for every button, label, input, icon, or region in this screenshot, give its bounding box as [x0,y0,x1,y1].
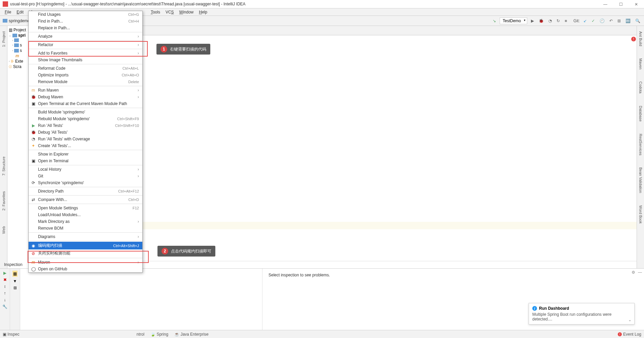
chevron-down-icon[interactable]: ⌄ [628,317,632,322]
ctx-create-all[interactable]: ✦Create 'All Tests'... [29,142,142,149]
ctx-build-module[interactable]: Build Module 'springdemo' [29,109,142,115]
close-button[interactable]: ✕ [629,0,644,8]
ctx-github[interactable]: ◯Open on GitHub [29,266,142,272]
ctx-show-explorer[interactable]: Show in Explorer [29,151,142,158]
tab-codota[interactable]: Codota [638,79,643,96]
ctx-debug-maven[interactable]: 🐞Debug Maven› [29,94,142,100]
ctx-maven[interactable]: mMaven› [29,259,142,266]
coverage-button[interactable]: ◔ [547,19,553,23]
tree-row[interactable]: ›s [7,42,29,48]
ctx-rebuild-module[interactable]: Rebuild Module 'springdemo'Ctrl+Shift+F9 [29,115,142,122]
group-icon[interactable]: ▦ [12,271,17,277]
ctx-open-terminal[interactable]: ▣Open in Terminal [29,158,142,164]
ctx-git[interactable]: Git› [29,173,142,179]
ctx-analyze[interactable]: Analyze› [29,33,142,40]
profile-button[interactable]: ↻ [556,19,561,23]
tree-row-scratches[interactable]: ⦾Scra [7,64,29,69]
ctx-debug-all[interactable]: 🐞Debug 'All Tests' [29,129,142,136]
tree-row[interactable]: ›s [7,48,29,53]
chevron-right-icon: › [138,88,139,93]
tree-row[interactable]: › [7,38,29,42]
build-icon[interactable]: ↘ [492,19,497,23]
git-history-icon[interactable]: 🕘 [599,19,606,23]
menu-window[interactable]: Window [177,9,196,15]
ctx-optimize[interactable]: Optimize ImportsCtrl+Alt+O [29,72,142,78]
ctx-refactor[interactable]: Refactor› [29,41,142,48]
minimize-icon[interactable]: — [638,270,642,275]
ctx-replace-in-path[interactable]: Replace in Path... [29,25,142,31]
tab-favorites[interactable]: 2: Favorites [1,189,6,213]
ctx-open-module-settings[interactable]: Open Module SettingsF12 [29,205,142,211]
debug-button[interactable]: 🐞 [538,19,545,23]
menu-edit[interactable]: Edit [14,9,26,15]
filter-icon[interactable]: ▼ [13,279,17,283]
tab-ant[interactable]: Ant Build [638,29,643,49]
tab-wordbook[interactable]: Word Book [638,203,643,226]
ctx-find-usages[interactable]: Find UsagesCtrl+G [29,11,142,18]
ctx-dir-path[interactable]: Directory PathCtrl+Alt+F12 [29,188,142,195]
ctx-favorites[interactable]: Add to Favorites› [29,50,142,57]
stop-button[interactable]: ■ [564,19,568,23]
menu-file[interactable]: File [2,9,14,15]
run-config-select[interactable]: TestDemo [500,18,527,24]
tab-bean[interactable]: Bean Validation [638,165,643,196]
git-commit-icon[interactable]: ✓ [591,19,596,23]
maximize-button[interactable]: ☐ [613,0,629,8]
ctx-thumbnails[interactable]: Show Image Thumbnails [29,57,142,63]
tree-row[interactable]: m [7,53,29,59]
status-version-control[interactable]: ntrol [137,332,144,337]
tab-maven[interactable]: Maven [638,56,643,72]
tab-project[interactable]: 1: Project [1,29,6,49]
ctx-local-history[interactable]: Local History› [29,166,142,173]
ctx-remove-bom[interactable]: Remove BOM [29,225,142,232]
translate-icon[interactable]: 🔤 [624,19,632,23]
status-inspection[interactable]: ▣ Inspec [3,332,20,337]
ctx-run-maven[interactable]: mRun Maven› [29,87,142,94]
close-icon[interactable]: ✖ [3,277,7,282]
ctx-run-coverage[interactable]: ◔Run 'All Tests' with Coverage [29,136,142,142]
event-log-button[interactable]: ! Event Log [618,332,641,337]
ctx-run-all[interactable]: ▶Run 'All Tests'Ctrl+Shift+F10 [29,122,142,129]
tab-rest[interactable]: RestServices [638,131,643,158]
gear-icon[interactable]: ⚙ [632,270,635,275]
tree-row[interactable]: ⌄spri [7,33,29,38]
next-icon[interactable]: ↓ [4,298,6,302]
ctx-diagrams[interactable]: Diagrams› [29,233,142,240]
tree-icon[interactable]: ⊞ [13,285,17,290]
search-icon[interactable]: 🔍 [634,19,641,23]
error-marker-icon[interactable]: ! [631,37,636,41]
ctx-close-realtime[interactable]: ⊘关闭实时检测功能 [29,249,142,257]
ctx-open-terminal-maven[interactable]: ▣Open Terminal at the Current Maven Modu… [29,100,142,107]
project-header[interactable]: ▥Project [7,27,29,33]
rerun-icon[interactable]: ▶ [3,271,6,275]
git-update-icon[interactable]: ↙ [582,19,588,23]
ctx-mark-dir[interactable]: Mark Directory as› [29,218,142,225]
tab-structure[interactable]: 7: Structure [1,154,6,178]
menu-help[interactable]: Help [196,9,210,15]
ctx-find-in-path[interactable]: Find in Path...Ctrl+H [29,18,142,25]
tree-row-external[interactable]: ›⊪Exte [7,59,29,64]
settings-icon[interactable]: 🔧 [2,304,7,309]
ctx-synchronize[interactable]: ⟳Synchronize 'springdemo' [29,179,142,186]
status-spring[interactable]: 🍃 Spring [150,332,168,337]
ctx-remove-module[interactable]: Remove ModuleDelete [29,78,142,85]
git-revert-icon[interactable]: ↶ [608,19,614,23]
ide-settings-icon[interactable]: ⊞ [616,19,622,23]
breadcrumb[interactable]: springdemo [3,19,30,23]
expand-icon[interactable]: ↕ [4,284,6,289]
menu-tools[interactable]: Tools [148,9,163,15]
run-button[interactable]: ▶ [530,19,535,23]
status-java-ee[interactable]: ☕ Java Enterprise [174,332,209,337]
ctx-compare[interactable]: ⇄Compare With...Ctrl+D [29,196,142,203]
inspection-tree[interactable] [20,269,262,338]
minimize-button[interactable]: — [598,0,613,8]
ctx-load-unload[interactable]: Load/Unload Modules... [29,211,142,218]
run-dashboard-popup[interactable]: i Run Dashboard Multiple Spring Boot run… [529,303,635,325]
tab-web[interactable]: Web [1,224,6,236]
ctx-reformat[interactable]: Reformat CodeCtrl+Alt+L [29,65,142,72]
ctx-code-scan[interactable]: ◉编码规约扫描Ctrl+Alt+Shift+J [29,242,142,249]
menu-vcs[interactable]: VCS [163,9,177,15]
inspection-header[interactable]: Inspection [1,261,25,268]
tab-database[interactable]: Database [638,103,643,124]
prev-icon[interactable]: ↑ [4,291,6,296]
